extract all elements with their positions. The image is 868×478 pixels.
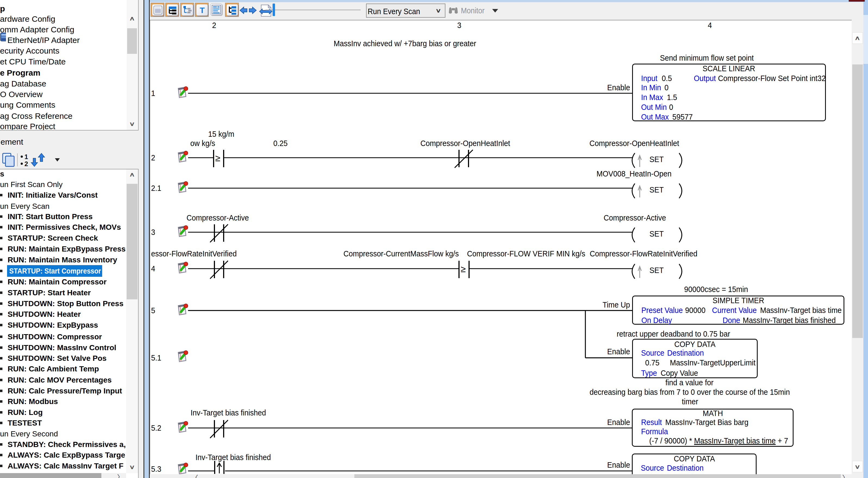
svg-text:1: 1 [25,153,28,160]
svg-text:T: T [199,6,204,15]
svg-text:2: 2 [25,160,28,168]
